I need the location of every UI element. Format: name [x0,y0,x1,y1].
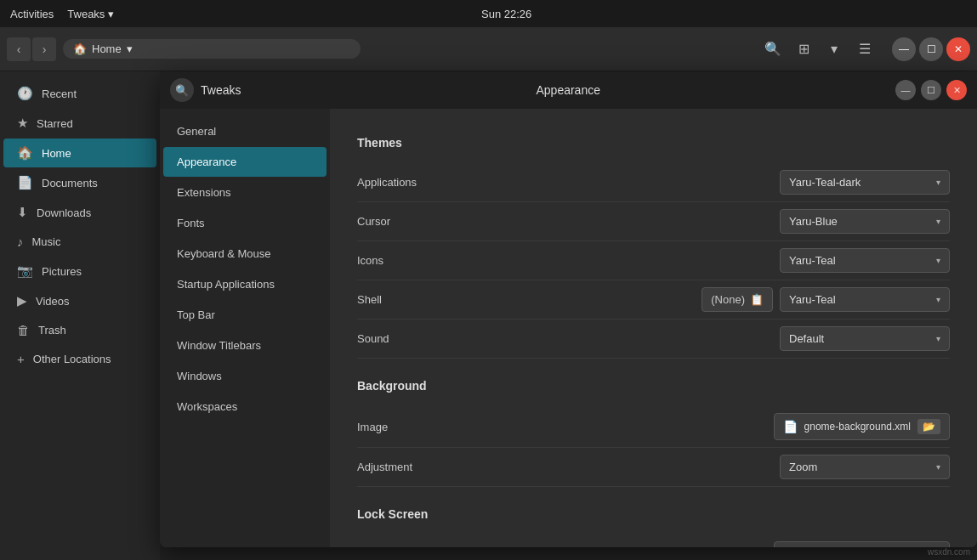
sidebar-item-home[interactable]: 🏠 Home [3,139,156,167]
bg-adjustment-value: Zoom [789,461,817,473]
documents-icon: 📄 [17,175,33,190]
sidebar-item-music[interactable]: ♪ Music [3,228,156,256]
maximize-button[interactable]: ☐ [919,37,943,61]
lock-image-row: Image 📄 desktop-lockscreen.xml 📂 [357,535,950,547]
nav-item-windows[interactable]: Windows [163,361,327,391]
forward-button[interactable]: › [32,37,56,61]
nav-item-topbar[interactable]: Top Bar [163,300,327,330]
bg-image-row: Image 📄 gnome-background.xml 📂 [357,406,950,448]
toolbar-actions: 🔍 ⊞ ▾ ☰ [759,36,878,63]
shell-dropdown[interactable]: Yaru-Teal ▾ [780,287,950,312]
sound-row: Sound Default ▾ [357,320,950,359]
nav-item-workspaces[interactable]: Workspaces [163,392,327,421]
bg-adjustment-dropdown-arrow: ▾ [936,462,940,472]
music-icon: ♪ [17,235,24,249]
system-time: Sun 22:26 [481,8,531,20]
tweaks-nav: General Appearance Extensions Fonts Keyb… [160,109,330,547]
sound-dropdown[interactable]: Default ▾ [780,326,950,351]
location-bar[interactable]: 🏠 Home ▾ [63,39,361,59]
tweaks-body: General Appearance Extensions Fonts Keyb… [160,109,977,547]
watermark: wsxdn.com [928,547,970,557]
cursor-label: Cursor [357,215,780,228]
cursor-control: Yaru-Blue ▾ [780,209,950,234]
sidebar-label-documents: Documents [42,177,98,189]
sound-label: Sound [357,332,780,345]
system-bar-left: Activities Tweaks ▾ [10,8,114,20]
recent-icon: 🕐 [17,86,33,101]
sidebar-item-trash[interactable]: 🗑 Trash [3,316,156,344]
sidebar: 🕐 Recent ★ Starred 🏠 Home 📄 Documents ⬇ … [0,71,160,560]
home-icon: 🏠 [73,42,87,55]
sidebar-item-other[interactable]: + Other Locations [3,345,156,373]
tweaks-close-button[interactable]: ✕ [946,80,967,100]
applications-label: Applications [357,176,780,189]
shell-value: Yaru-Teal [789,293,836,306]
sidebar-item-pictures[interactable]: 📷 Pictures [3,257,156,286]
nav-buttons: ‹ › [7,37,56,61]
nav-item-titlebars[interactable]: Window Titlebars [163,331,327,360]
sidebar-label-videos: Videos [36,295,70,308]
sidebar-label-trash: Trash [38,324,66,337]
sort-button[interactable]: ▾ [821,36,848,63]
tweaks-minimize-button[interactable]: — [895,80,916,100]
minimize-button[interactable]: — [892,37,916,61]
list-view-button[interactable]: ☰ [851,36,878,63]
shell-none-icon: 📋 [750,293,764,306]
sidebar-item-videos[interactable]: ▶ Videos [3,286,156,315]
sidebar-item-downloads[interactable]: ⬇ Downloads [3,198,156,227]
applications-dropdown[interactable]: Yaru-Teal-dark ▾ [780,170,950,195]
file-manager-toolbar: ‹ › 🏠 Home ▾ 🔍 ⊞ ▾ ☰ — ☐ ✕ [0,27,977,71]
icons-value: Yaru-Teal [789,254,836,267]
tweaks-content: Themes Applications Yaru-Teal-dark ▾ Cur… [330,109,977,547]
icons-dropdown[interactable]: Yaru-Teal ▾ [780,248,950,273]
bg-file-name: gnome-background.xml [804,421,911,433]
sidebar-label-downloads: Downloads [37,206,91,219]
sidebar-item-starred[interactable]: ★ Starred [3,109,156,138]
back-button[interactable]: ‹ [7,37,31,61]
nav-item-extensions[interactable]: Extensions [163,178,327,207]
videos-icon: ▶ [17,293,27,308]
tweaks-section-title: Appearance [241,83,895,97]
grid-view-button[interactable]: ⊞ [790,36,817,63]
tweaks-search-button[interactable]: 🔍 [170,78,194,102]
search-button[interactable]: 🔍 [759,36,787,63]
tweaks-title-left: 🔍 Tweaks [170,78,241,102]
bg-adjustment-dropdown[interactable]: Zoom ▾ [780,455,950,479]
sidebar-item-recent[interactable]: 🕐 Recent [3,79,156,108]
system-bar: Activities Tweaks ▾ Sun 22:26 [0,0,977,27]
shell-label: Shell [357,293,702,306]
themes-header: Themes [357,136,950,150]
bg-image-control: 📄 gnome-background.xml 📂 [774,413,950,440]
cursor-row: Cursor Yaru-Blue ▾ [357,202,950,241]
app-name-label: Tweaks [67,8,105,20]
cursor-dropdown[interactable]: Yaru-Blue ▾ [780,209,950,234]
activities-label[interactable]: Activities [10,8,54,20]
icons-dropdown-arrow: ▾ [936,256,940,265]
nav-item-fonts[interactable]: Fonts [163,208,327,238]
close-button[interactable]: ✕ [946,37,970,61]
home-sidebar-icon: 🏠 [17,145,33,161]
icons-row: Icons Yaru-Teal ▾ [357,241,950,280]
shell-dropdown-arrow: ▾ [936,295,940,304]
sidebar-label-home: Home [42,147,71,160]
bg-image-picker[interactable]: 📄 gnome-background.xml 📂 [774,413,950,440]
system-bar-app[interactable]: Tweaks ▾ [67,8,114,20]
applications-row: Applications Yaru-Teal-dark ▾ [357,163,950,202]
bg-file-open-button[interactable]: 📂 [917,419,940,434]
tweaks-maximize-button[interactable]: ☐ [921,80,941,100]
sidebar-label-other: Other Locations [33,353,111,365]
nav-item-keyboard[interactable]: Keyboard & Mouse [163,239,327,269]
cursor-dropdown-arrow: ▾ [936,217,940,226]
lock-image-picker[interactable]: 📄 desktop-lockscreen.xml 📂 [774,541,950,547]
location-label: Home [92,42,122,55]
bg-image-label: Image [357,421,774,433]
sidebar-item-documents[interactable]: 📄 Documents [3,168,156,197]
window-controls: — ☐ ✕ [892,37,970,61]
icons-label: Icons [357,254,780,267]
sidebar-label-pictures: Pictures [42,265,82,278]
nav-item-startup[interactable]: Startup Applications [163,269,327,299]
nav-item-general[interactable]: General [163,116,327,146]
tweaks-window-controls: — ☐ ✕ [895,80,967,100]
shell-row: Shell (None) 📋 Yaru-Teal ▾ [357,280,950,320]
nav-item-appearance[interactable]: Appearance [163,147,327,177]
